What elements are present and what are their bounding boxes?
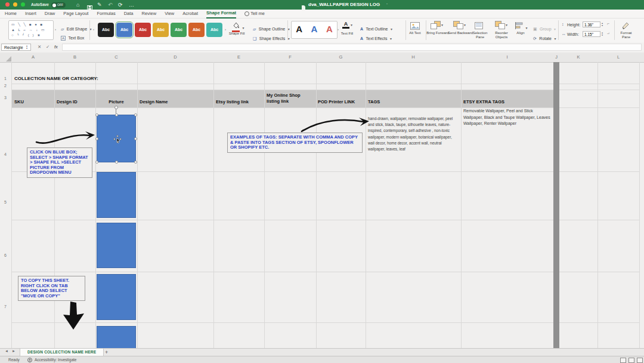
shape-style-red[interactable]: Abc: [135, 23, 151, 37]
draw-pen-icon[interactable]: ✎: [97, 0, 102, 10]
column-header-e[interactable]: E: [213, 53, 264, 62]
formula-input[interactable]: [62, 44, 642, 51]
selection-handle[interactable]: [115, 113, 118, 116]
picture-placeholder-box[interactable]: [97, 326, 136, 348]
wordart-more-icon[interactable]: ›: [338, 27, 339, 31]
autosave-toggle[interactable]: OFF: [51, 2, 66, 8]
styles-gallery-prev-icon[interactable]: ‹: [93, 27, 94, 31]
header-tags[interactable]: TAGS: [368, 99, 380, 104]
selection-handle[interactable]: [134, 161, 137, 164]
selection-handle[interactable]: [115, 161, 118, 164]
header-etsy-extra-tags[interactable]: ETSY EXTRA TAGS: [463, 99, 504, 104]
picture-placeholder-box[interactable]: [97, 172, 136, 218]
text-effects-button[interactable]: A Text Effects ▾: [360, 32, 392, 42]
wordart-black[interactable]: A: [296, 24, 302, 34]
add-sheet-button[interactable]: +: [105, 349, 108, 356]
column-header-a[interactable]: A: [12, 53, 54, 62]
column-header-h[interactable]: H: [366, 53, 461, 62]
picture-placeholder-box[interactable]: [97, 223, 136, 268]
shapes-row-2-icon[interactable]: ▲ L ⌐ → ↓ ▭: [11, 27, 51, 33]
selection-handle[interactable]: [95, 161, 98, 164]
shape-style-blue-selected[interactable]: Abc: [116, 23, 132, 37]
shapes-row-1-icon[interactable]: ▭ ╲ ╲ ■ ● ■: [11, 22, 51, 27]
zoom-window-button[interactable]: [21, 2, 25, 7]
note-click-blue-box[interactable]: CLICK ON BLUE BOX; SELECT > SHAPE FORMAT…: [27, 147, 92, 178]
shape-style-orange[interactable]: Abc: [188, 23, 205, 37]
shape-style-black[interactable]: Abc: [98, 23, 114, 37]
rotate-button[interactable]: ⟳ Rotate ▾: [533, 32, 556, 42]
shape-style-green[interactable]: Abc: [171, 23, 187, 37]
crop-corner-icon[interactable]: ⌐: [607, 32, 609, 36]
wordart-blue[interactable]: A: [311, 24, 318, 34]
height-input[interactable]: [583, 21, 600, 27]
redo-icon[interactable]: ⟳: [118, 0, 123, 10]
crop-corner-icon[interactable]: ⌐: [607, 21, 609, 26]
accessibility-status[interactable]: Accessibility: Investigate: [35, 356, 76, 363]
tab-insert[interactable]: Insert: [25, 10, 36, 18]
selection-handle[interactable]: [134, 113, 137, 116]
insert-function-icon[interactable]: fx: [54, 42, 58, 52]
row-header-6[interactable]: 6: [0, 253, 11, 257]
selection-handle[interactable]: [95, 113, 98, 116]
column-header-f[interactable]: F: [264, 53, 316, 62]
tab-formulas[interactable]: Formulas: [97, 10, 115, 18]
selection-handle[interactable]: [134, 137, 137, 140]
page-layout-view-icon[interactable]: [628, 358, 634, 363]
header-sku[interactable]: SKU: [14, 99, 24, 104]
home-icon[interactable]: ⌂: [76, 0, 79, 10]
wordart-gallery[interactable]: A A A: [291, 21, 338, 39]
selection-pane-button[interactable]: [475, 21, 483, 32]
column-header-g[interactable]: G: [316, 53, 366, 62]
etsy-extra-tags-cell[interactable]: Removable Wallpaper, Peel and Stick Wall…: [463, 108, 552, 127]
tab-page-layout[interactable]: Page Layout: [63, 10, 88, 18]
shape-fill-button[interactable]: ▾: [232, 21, 244, 32]
shape-style-yellow[interactable]: Abc: [153, 23, 169, 37]
note-examples-tags[interactable]: EXAMPLES OF TAGS: SEPARATE WITH COMMA AN…: [227, 133, 363, 153]
header-online-shop-link[interactable]: My Online Shop listing link: [267, 93, 314, 104]
styles-gallery-next-icon[interactable]: ›: [225, 27, 226, 31]
title-chevron-icon[interactable]: ˇ: [386, 0, 388, 10]
undo-icon[interactable]: ↶: [108, 0, 113, 10]
collection-name-cell[interactable]: COLLECTION NAME OR CATEGORY:: [14, 76, 98, 81]
tab-data[interactable]: Data: [124, 10, 134, 18]
tab-view[interactable]: View: [165, 10, 174, 18]
tab-shape-format[interactable]: Shape Format: [206, 9, 236, 19]
tab-review[interactable]: Review: [142, 10, 157, 18]
row-header-1[interactable]: 1: [0, 76, 11, 81]
column-header-c[interactable]: C: [95, 53, 137, 62]
text-fill-button[interactable]: A ▾: [342, 21, 349, 29]
tab-tell-me[interactable]: Tell me: [250, 10, 265, 18]
header-etsy-listing-link[interactable]: Etsy listing link: [216, 99, 249, 104]
height-stepper[interactable]: ▴▾: [602, 22, 603, 27]
next-sheet-icon[interactable]: ►: [12, 349, 16, 353]
format-pane-button[interactable]: [621, 21, 630, 32]
picture-placeholder-box-selected[interactable]: [97, 115, 136, 162]
accessibility-icon[interactable]: [27, 358, 32, 362]
note-copy-sheet[interactable]: TO COPY THIS SHEET. RIGHT CLICK ON TAB B…: [18, 276, 85, 301]
shapes-row-3-icon[interactable]: ○ ╰ ╯ ( ) ★: [11, 33, 51, 38]
tab-draw[interactable]: Draw: [45, 10, 55, 18]
tab-acrobat[interactable]: Acrobat: [182, 10, 198, 18]
shape-style-teal[interactable]: Abc: [206, 23, 222, 37]
close-window-button[interactable]: [5, 2, 10, 7]
name-box-stepper[interactable]: ▴▾: [26, 45, 27, 50]
rotation-handle[interactable]: [114, 106, 118, 109]
row-header-3[interactable]: 3: [0, 96, 11, 100]
shapes-gallery-more-icon[interactable]: ›: [55, 27, 56, 31]
header-design-name[interactable]: Design Name: [140, 99, 168, 104]
column-header-b[interactable]: B: [54, 53, 95, 62]
row-header-5[interactable]: 5: [0, 200, 11, 204]
width-stepper[interactable]: ▴▾: [602, 32, 603, 36]
enter-icon[interactable]: ✓: [46, 42, 49, 52]
tags-cell[interactable]: hand-drawn, wallpaper, removable wallpap…: [368, 116, 459, 152]
tab-home[interactable]: Home: [5, 10, 17, 18]
page-break-view-icon[interactable]: [637, 358, 643, 363]
column-header-d[interactable]: D: [137, 53, 213, 62]
select-all-corner[interactable]: [6, 56, 11, 61]
minimize-window-button[interactable]: [13, 2, 17, 7]
normal-view-icon[interactable]: [620, 358, 626, 363]
header-picture[interactable]: Picture: [95, 99, 137, 104]
column-header-l[interactable]: L: [597, 53, 639, 62]
column-header-k[interactable]: K: [559, 53, 597, 62]
more-commands-icon[interactable]: …: [129, 0, 134, 10]
